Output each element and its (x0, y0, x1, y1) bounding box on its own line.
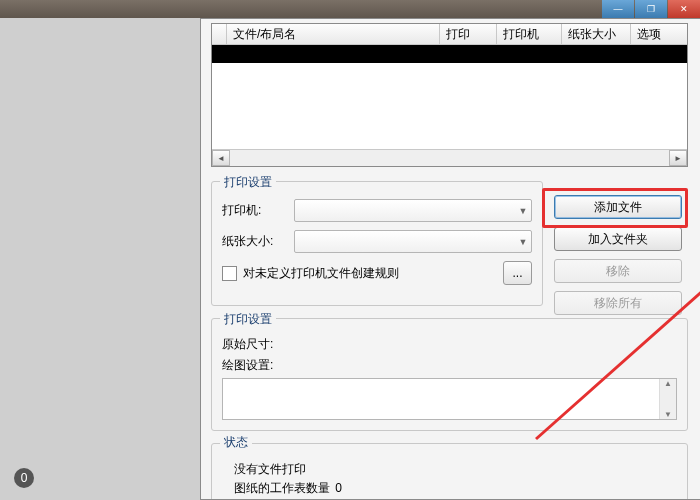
table-row[interactable] (212, 45, 687, 63)
status-no-file: 没有文件打印 (234, 461, 677, 478)
col-file-layout[interactable]: 文件/布局名 (227, 24, 440, 44)
plot-settings-textarea[interactable]: ▲▼ (222, 378, 677, 420)
plot-settings-label: 绘图设置: (222, 357, 294, 374)
window-minimize-button[interactable]: — (602, 0, 634, 18)
print-settings-group: 打印设置 打印机: ▼ 纸张大小: ▼ 对未定义打印机文件创建规则 ... (211, 181, 543, 306)
remove-button[interactable]: 移除 (554, 259, 682, 283)
col-print[interactable]: 打印 (440, 24, 497, 44)
textarea-vscrollbar[interactable]: ▲▼ (659, 379, 676, 419)
status-group: 状态 没有文件打印 图纸的工作表数量 0 (211, 443, 688, 499)
window-close-button[interactable]: ✕ (668, 0, 700, 18)
status-legend: 状态 (220, 434, 252, 451)
remove-all-button[interactable]: 移除所有 (554, 291, 682, 315)
preview-group: 打印设置 原始尺寸: 绘图设置: ▲▼ (211, 318, 688, 431)
col-printer[interactable]: 打印机 (497, 24, 562, 44)
create-rule-checkbox[interactable] (222, 266, 237, 281)
printer-combo[interactable]: ▼ (294, 199, 532, 222)
main-panel: 文件/布局名 打印 打印机 纸张大小 选项 ◄ ► 打印设置 (200, 18, 700, 500)
printer-label: 打印机: (222, 202, 294, 219)
file-table-body[interactable] (212, 45, 687, 149)
chevron-down-icon: ▼ (515, 237, 531, 247)
window-maximize-button[interactable]: ❐ (635, 0, 667, 18)
add-folder-button[interactable]: 加入文件夹 (554, 227, 682, 251)
window-titlebar: — ❐ ✕ (0, 0, 700, 18)
col-paper-size[interactable]: 纸张大小 (562, 24, 631, 44)
paper-size-label: 纸张大小: (222, 233, 294, 250)
rule-options-button[interactable]: ... (503, 261, 532, 285)
orig-size-label: 原始尺寸: (222, 336, 294, 353)
table-hscrollbar[interactable]: ◄ ► (212, 149, 687, 166)
print-settings-legend: 打印设置 (220, 174, 276, 191)
paper-size-combo[interactable]: ▼ (294, 230, 532, 253)
left-gutter (0, 18, 201, 500)
file-table-header: 文件/布局名 打印 打印机 纸张大小 选项 (212, 24, 687, 45)
scroll-left-icon[interactable]: ◄ (212, 150, 230, 166)
scroll-right-icon[interactable]: ► (669, 150, 687, 166)
page-number-badge: 0 (14, 468, 34, 488)
preview-legend: 打印设置 (220, 311, 276, 328)
status-sheet-count: 图纸的工作表数量 0 (234, 480, 677, 497)
actions-column: 添加文件 加入文件夹 移除 移除所有 (554, 195, 682, 323)
col-options[interactable]: 选项 (631, 24, 687, 44)
ellipsis-icon: ... (512, 266, 522, 280)
chevron-down-icon: ▼ (515, 206, 531, 216)
file-table[interactable]: 文件/布局名 打印 打印机 纸张大小 选项 ◄ ► (211, 23, 688, 167)
create-rule-label: 对未定义打印机文件创建规则 (243, 265, 399, 282)
add-file-button[interactable]: 添加文件 (554, 195, 682, 219)
